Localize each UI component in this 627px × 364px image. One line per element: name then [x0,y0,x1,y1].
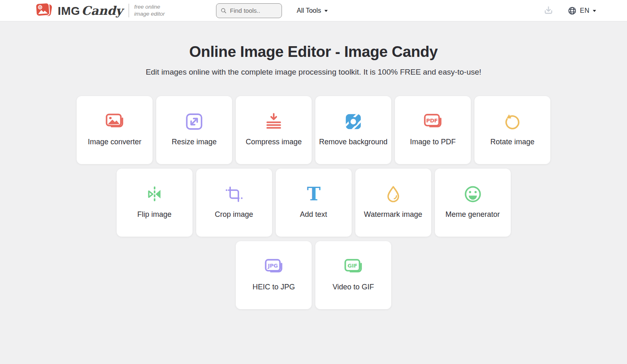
tool-label: Crop image [215,210,253,219]
tagline-line1: free online [134,4,164,11]
tool-label: Video to GIF [333,283,374,291]
logo-icon [35,2,54,19]
letter-t-icon: T [303,182,324,206]
water-drop-icon [383,182,404,206]
jpg-text: JPG [268,262,278,268]
tools-row-1: Image converter Resize image [0,96,627,164]
page-subtitle: Edit images online with the complete ima… [0,68,627,77]
smiley-icon [462,182,484,206]
all-tools-label: All Tools [297,7,321,14]
header-right: EN [543,5,596,16]
page-title: Online Image Editor - Image Candy [0,43,627,61]
logo-wordmark: IMG Candy [58,4,122,18]
tools-row-2: Flip image Crop image T [0,169,627,237]
language-selector[interactable]: EN [568,6,596,15]
tool-card-meme-generator[interactable]: Meme generator [435,169,511,237]
chevron-down-icon [593,10,596,12]
logo[interactable]: IMG Candy [35,2,122,19]
header: IMG Candy free online image editor All T… [0,0,627,21]
logo-img-text: IMG [58,5,80,18]
language-code: EN [580,7,589,14]
tool-label: Image to PDF [410,138,456,146]
pdf-text: PDF [426,117,438,123]
logo-tagline: free online image editor [129,4,164,18]
crop-icon [223,182,245,206]
main-content: Online Image Editor - Image Candy Edit i… [0,43,627,309]
tool-label: Compress image [246,138,302,146]
tools-row-3: JPG HEIC to JPG GIF Video to GIF [0,241,627,309]
tool-card-video-to-gif[interactable]: GIF Video to GIF [315,241,391,309]
tool-label: HEIC to JPG [252,283,295,291]
tool-card-resize-image[interactable]: Resize image [156,96,232,164]
expand-arrows-icon [183,110,205,133]
globe-icon [568,6,577,15]
search-icon [221,7,227,14]
tools-grid: Image converter Resize image [0,96,627,309]
all-tools-menu[interactable]: All Tools [297,7,328,14]
pdf-badge-icon: PDF [422,110,444,133]
tool-card-rotate-image[interactable]: Rotate image [474,96,550,164]
tool-label: Image converter [88,138,141,146]
gif-text: GIF [348,262,357,268]
tool-label: Meme generator [445,210,500,219]
tool-label: Add text [300,210,327,219]
tool-card-image-to-pdf[interactable]: PDF Image to PDF [395,96,471,164]
compress-down-icon [263,110,284,133]
search-input[interactable] [230,7,277,14]
tool-card-crop-image[interactable]: Crop image [196,169,272,237]
search-box[interactable] [216,3,282,18]
tool-label: Remove background [319,138,387,146]
jpg-badge-icon: JPG [263,255,284,278]
tagline-line2: image editor [134,11,164,18]
chevron-down-icon [324,10,328,12]
logo-candy-text: Candy [81,4,122,18]
tool-card-heic-to-jpg[interactable]: JPG HEIC to JPG [236,241,312,309]
flip-horizontal-icon [144,182,165,206]
striped-square-icon [343,110,364,133]
stacked-photos-icon [104,110,125,133]
tool-card-flip-image[interactable]: Flip image [117,169,193,237]
tool-card-add-text[interactable]: T Add text [276,169,352,237]
gif-badge-icon: GIF [343,255,364,278]
tool-label: Resize image [171,138,216,146]
tool-label: Watermark image [364,210,422,219]
tool-card-compress-image[interactable]: Compress image [236,96,312,164]
tool-card-watermark-image[interactable]: Watermark image [355,169,431,237]
download-icon[interactable] [543,5,554,16]
tool-label: Flip image [137,210,171,219]
letter-t-text: T [307,183,320,204]
tool-card-image-converter[interactable]: Image converter [77,96,153,164]
tool-label: Rotate image [490,138,534,146]
tool-card-remove-background[interactable]: Remove background [315,96,391,164]
rotate-ccw-icon [502,110,523,133]
